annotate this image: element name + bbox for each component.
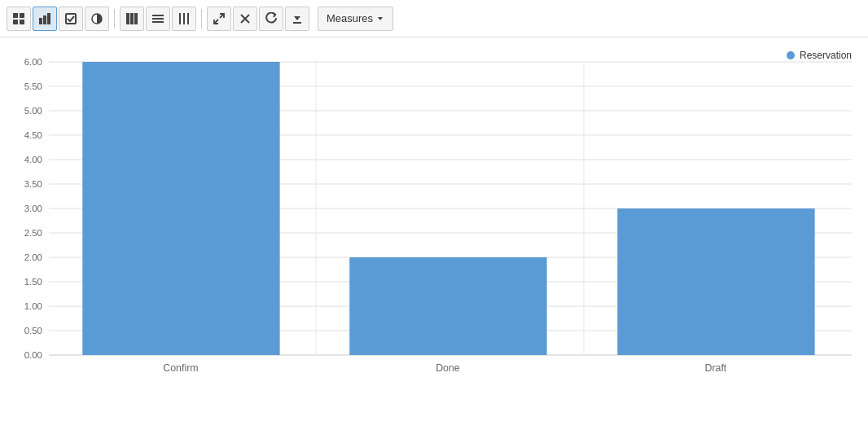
legend-dot [787,51,795,59]
x-label-draft: Draft [705,362,727,374]
x-label-done: Done [436,362,460,374]
svg-rect-4 [39,18,42,24]
grid-view-button[interactable] [7,7,31,31]
svg-text:0.00: 0.00 [24,350,42,360]
expand-button[interactable] [207,7,231,31]
svg-rect-1 [20,13,24,18]
contrast-button[interactable] [85,7,109,31]
measures-button[interactable]: Measures [318,7,393,31]
svg-rect-7 [66,14,76,24]
svg-text:4.50: 4.50 [24,130,42,140]
x-label-confirm: Confirm [163,362,198,374]
svg-rect-9 [126,13,129,24]
svg-text:4.00: 4.00 [24,155,42,164]
svg-rect-13 [152,18,164,20]
refresh-button[interactable] [259,7,283,31]
bar-chart-button[interactable] [33,7,57,31]
svg-rect-5 [43,15,46,24]
svg-text:5.50: 5.50 [24,81,42,91]
svg-rect-3 [20,20,24,24]
svg-rect-11 [134,13,138,24]
svg-text:6.00: 6.00 [24,57,42,67]
svg-rect-14 [152,21,164,23]
chart-legend: Reservation [787,50,852,61]
separator-2 [201,9,202,29]
svg-rect-12 [152,15,164,16]
bar-draft [617,208,814,355]
svg-marker-22 [294,16,300,20]
svg-rect-0 [13,13,18,18]
svg-text:2.00: 2.00 [24,252,42,262]
svg-text:1.50: 1.50 [24,277,42,287]
check-button[interactable] [59,7,83,31]
vbars-button[interactable] [172,7,196,31]
measures-label: Measures [327,12,373,24]
bar-chart-svg: 6.00 5.50 5.00 4.50 4.00 3.50 3.00 2.50 … [49,62,852,388]
toolbar: Measures [0,0,868,37]
chevron-down-icon [376,15,384,23]
svg-rect-17 [187,13,189,24]
svg-text:3.00: 3.00 [24,204,42,213]
svg-rect-15 [179,13,181,24]
svg-rect-2 [13,20,18,24]
list-button[interactable] [146,7,170,31]
chart-area: Reservation 6.00 5.50 5.00 4.50 4.00 3.5… [0,37,868,421]
close-button[interactable] [233,7,257,31]
download-button[interactable] [285,7,309,31]
svg-rect-16 [183,13,185,24]
bar-done [349,257,546,355]
svg-text:0.50: 0.50 [24,326,42,335]
svg-rect-23 [293,22,301,24]
svg-text:2.50: 2.50 [24,228,42,238]
legend-label: Reservation [800,50,852,61]
svg-rect-10 [130,13,134,24]
separator-1 [114,9,115,29]
bar-confirm [82,62,279,355]
svg-text:5.00: 5.00 [24,106,42,116]
svg-text:1.00: 1.00 [24,301,42,311]
columns-button[interactable] [120,7,144,31]
svg-marker-24 [378,17,383,20]
svg-rect-6 [47,13,50,24]
svg-text:3.50: 3.50 [24,179,42,189]
